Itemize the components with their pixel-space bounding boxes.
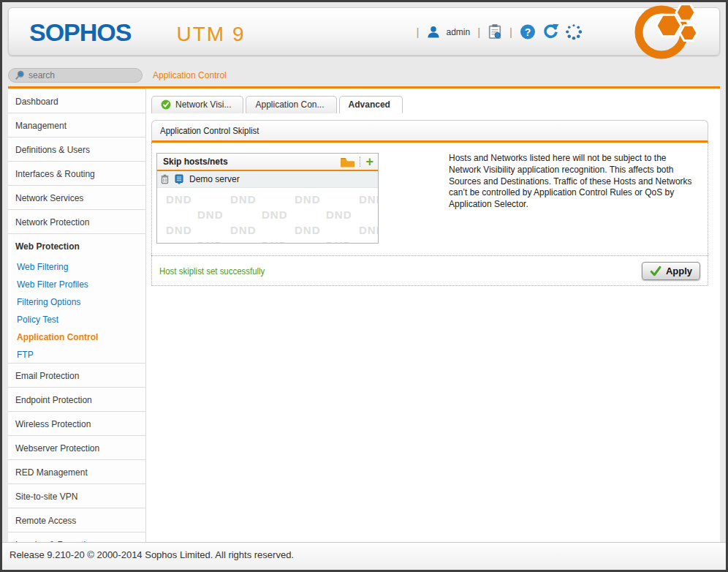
sidebar-item-label: Management — [15, 121, 67, 131]
sidebar-item-filtering-options[interactable]: Filtering Options — [8, 293, 145, 310]
sidebar-item-remote-access[interactable]: Remote Access — [8, 508, 145, 532]
sidebar-item-label: Site-to-site VPN — [15, 492, 77, 502]
tab-bar: Network Visi... Application Con... Advan… — [151, 96, 708, 113]
dnd-watermark: DND — [262, 239, 288, 243]
help-text: Hosts and Networks listed here will not … — [449, 153, 694, 244]
host-icon — [174, 174, 184, 185]
delete-icon[interactable] — [161, 174, 169, 184]
app-header: SOPHOS UTM 9 | admin | — [2, 2, 726, 56]
sidebar-item-definitions-users[interactable]: Definitions & Users — [8, 137, 145, 161]
search-zone — [8, 68, 146, 83]
logged-in-user: admin — [447, 26, 471, 37]
tab-advanced[interactable]: Advanced — [339, 96, 403, 113]
sidebar-item-label: Network Protection — [15, 217, 89, 227]
sidebar-item-site-to-site-vpn[interactable]: Site-to-site VPN — [8, 483, 145, 508]
sidebar-item-policy-test[interactable]: Policy Test — [8, 310, 145, 328]
sidebar-item-label: Dashboard — [15, 97, 58, 107]
tab-label: Advanced — [349, 99, 390, 110]
status-message: Host skiplist set successfully — [159, 266, 279, 276]
dnd-watermark: DND — [197, 239, 224, 243]
divider — [360, 157, 360, 167]
section-application-control-skiplist: Application Control Skiplist Skip hosts/… — [151, 120, 708, 286]
sidebar-item-label: Web Filter Profiles — [17, 279, 88, 290]
skip-hosts-entries: Demo server — [157, 171, 378, 188]
sidebar-item-label: Definitions & Users — [15, 145, 90, 155]
enabled-check-icon — [161, 99, 171, 110]
skip-hosts-title: Skip hosts/nets — [163, 157, 228, 167]
sidebar-item-network-protection[interactable]: Network Protection — [8, 209, 145, 233]
dnd-watermark: DND — [166, 193, 192, 206]
sidebar-item-label: Webserver Protection — [15, 443, 99, 454]
main-content: Network Visi... Application Con... Advan… — [146, 89, 720, 542]
sidebar-item-web-filtering[interactable]: Web Filtering — [8, 257, 145, 275]
tab-label: Application Con... — [255, 99, 324, 110]
sidebar-item-label: Email Protection — [15, 371, 79, 381]
sidebar-item-interfaces-routing[interactable]: Interfaces & Routing — [8, 161, 145, 185]
sidebar-item-network-services[interactable]: Network Services — [8, 185, 145, 209]
sidebar-item-label: Remote Access — [15, 516, 76, 526]
sidebar-item-endpoint-protection[interactable]: Endpoint Protection — [8, 387, 145, 411]
tab-application-con[interactable]: Application Con... — [246, 96, 336, 113]
tab-network-visi[interactable]: Network Visi... — [151, 96, 243, 113]
search-box[interactable] — [8, 68, 143, 83]
refresh-icon[interactable] — [542, 23, 559, 40]
skiplist-entry-demo-server[interactable]: Demo server — [157, 171, 378, 188]
sidebar-item-wireless-protection[interactable]: Wireless Protection — [8, 411, 145, 435]
sidebar-item-label: Filtering Options — [17, 297, 80, 307]
dnd-watermark: DND — [359, 193, 378, 206]
loading-spinner-icon — [566, 23, 582, 39]
apply-button[interactable]: Apply — [642, 262, 700, 280]
body-row: Dashboard Management Definitions & Users… — [8, 89, 720, 542]
sidebar-item-label: Web Protection — [15, 241, 80, 252]
dnd-watermark: DND — [295, 224, 321, 236]
footer-release-text: Release 9.210-20 © 2000-2014 Sophos Limi… — [10, 549, 294, 560]
skiplist-entry-label: Demo server — [189, 174, 240, 184]
dnd-watermark: DND — [166, 224, 192, 236]
section-footer: Host skiplist set successfully Apply — [151, 255, 708, 286]
sidebar-nav: Dashboard Management Definitions & Users… — [8, 89, 146, 542]
sidebar-item-management[interactable]: Management — [8, 113, 145, 137]
section-body: Skip hosts/nets + — [151, 143, 708, 255]
sidebar-item-ftp[interactable]: FTP — [8, 345, 145, 363]
section-title: Application Control Skiplist — [160, 125, 259, 136]
apply-button-label: Apply — [666, 266, 692, 276]
sidebar-item-label: Endpoint Protection — [15, 395, 92, 405]
section-header: Application Control Skiplist — [151, 120, 708, 143]
add-icon[interactable]: + — [365, 157, 374, 167]
divider: | — [416, 26, 420, 38]
sophos-logo: SOPHOS — [29, 18, 131, 47]
clipboard-log-icon[interactable] — [488, 23, 502, 39]
sidebar-item-application-control[interactable]: Application Control — [8, 328, 145, 345]
sidebar-item-label: Application Control — [17, 332, 98, 342]
sidebar-item-label: Web Filtering — [17, 262, 68, 272]
sophos-emblem-logo — [618, 4, 709, 60]
divider: | — [477, 26, 481, 38]
header-bar: SOPHOS UTM 9 | admin | — [8, 7, 720, 56]
sidebar-item-web-protection[interactable]: Web Protection — [8, 233, 145, 257]
skip-hosts-list: DNDDNDDNDDNDDNDDNDDNDDNDDNDDNDDNDDNDDNDD… — [157, 171, 378, 243]
sidebar-item-label: Interfaces & Routing — [15, 169, 95, 179]
dnd-watermark: DND — [326, 208, 352, 221]
check-icon — [650, 266, 661, 276]
help-icon[interactable]: ? — [520, 23, 536, 39]
sidebar-item-label: RED Management — [15, 467, 88, 478]
svg-text:?: ? — [525, 26, 531, 37]
sidebar-item-dashboard[interactable]: Dashboard — [8, 89, 145, 113]
footer: Release 9.210-20 © 2000-2014 Sophos Limi… — [2, 542, 726, 570]
breadcrumb: Application Control — [153, 70, 227, 80]
sidebar-item-webserver-protection[interactable]: Webserver Protection — [8, 435, 145, 459]
header-toolbar: | admin | | — [416, 23, 582, 40]
top-strip: Application Control — [8, 67, 720, 84]
folder-icon[interactable] — [340, 157, 354, 168]
sidebar-item-label: Policy Test — [17, 315, 58, 325]
search-input[interactable] — [29, 70, 124, 80]
dnd-watermark: DND — [295, 193, 321, 206]
sidebar-item-web-filter-profiles[interactable]: Web Filter Profiles — [8, 275, 145, 293]
dnd-watermark: DND — [359, 224, 378, 236]
skip-hosts-box: Skip hosts/nets + — [156, 153, 379, 244]
app-window: SOPHOS UTM 9 | admin | — [0, 0, 728, 572]
sidebar-item-email-protection[interactable]: Email Protection — [8, 363, 145, 387]
brand-area: SOPHOS UTM 9 — [29, 18, 245, 47]
sidebar-item-red-management[interactable]: RED Management — [8, 459, 145, 483]
sidebar-item-label: Network Services — [15, 193, 83, 203]
